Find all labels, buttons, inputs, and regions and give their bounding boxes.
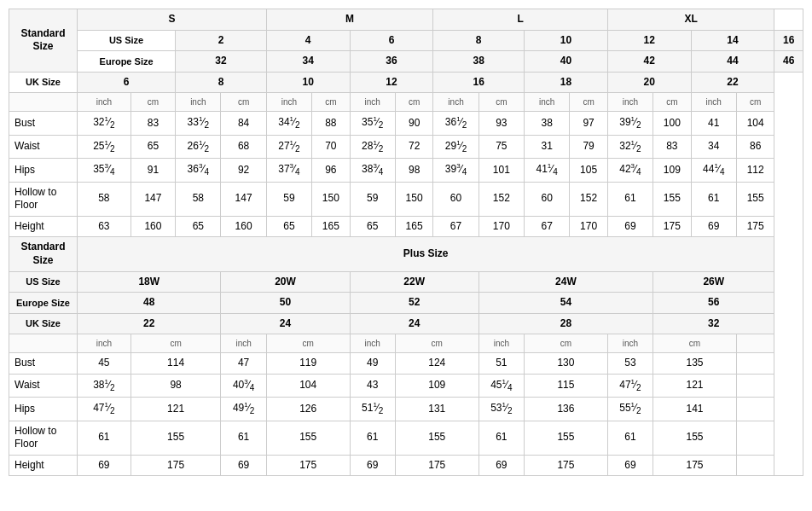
plus-u-cm-5: cm (653, 334, 737, 353)
plus-htf-5-cm: 155 (653, 421, 737, 455)
plus-htf-3-cm: 155 (395, 421, 478, 455)
htf-m2-inch: 59 (350, 182, 395, 216)
eu-38: 38 (433, 51, 525, 73)
plus-htf-3-inch: 61 (350, 421, 395, 455)
us-size-2: 2 (176, 30, 267, 51)
plus-htf-2-inch: 61 (221, 421, 266, 455)
plus-waist-extra (736, 374, 774, 397)
plus-htf-1-inch: 61 (78, 421, 131, 455)
htf-xl1-cm: 155 (653, 182, 691, 216)
standard-size-header-row: Standard Size S M L XL (9, 9, 803, 31)
plus-waist-3-cm: 109 (395, 374, 478, 397)
size-l-header: L (433, 9, 607, 31)
htf-s1-inch: 58 (78, 182, 131, 216)
height-m2-inch: 65 (350, 216, 395, 237)
plus-size-divider-row: Standard Size Plus Size (9, 237, 803, 271)
hips-s2-inch: 363⁄4 (176, 159, 221, 182)
unit-inch-7: inch (607, 93, 652, 112)
hips-l2-cm: 105 (570, 159, 607, 182)
waist-s1-inch: 251⁄2 (78, 135, 131, 158)
hips-m2-inch: 383⁄4 (350, 159, 395, 182)
height-s2-inch: 65 (176, 216, 221, 237)
us-size-row: US Size 2 4 6 8 10 12 14 16 (9, 30, 803, 51)
plus-bust-1-cm: 114 (130, 353, 221, 375)
plus-waist-2-inch: 403⁄4 (221, 374, 266, 397)
plus-uk-24a: 24 (221, 313, 350, 334)
bust-xl2-inch: 41 (691, 112, 736, 135)
plus-u-inch-2: inch (221, 334, 266, 353)
plus-htf-4-inch: 61 (478, 421, 524, 455)
waist-xl1-inch: 321⁄2 (607, 135, 652, 158)
plus-bust-label: Bust (9, 353, 78, 375)
plus-u-extra (736, 334, 774, 353)
plus-waist-4-inch: 451⁄4 (478, 374, 524, 397)
plus-bust-2-cm: 119 (266, 353, 350, 375)
uk-22: 22 (691, 72, 774, 93)
uk-8: 8 (176, 72, 267, 93)
waist-s2-cm: 68 (221, 135, 266, 158)
unit-cm-6: cm (570, 93, 607, 112)
height-m2-cm: 165 (395, 216, 432, 237)
unit-inch-4: inch (350, 93, 395, 112)
plus-uk-size-row: UK Size 22 24 24 28 32 (9, 313, 803, 334)
height-l2-inch: 67 (525, 216, 570, 237)
standard-size-label: Standard Size (9, 9, 78, 73)
height-s1-cm: 160 (130, 216, 175, 237)
plus-u-inch-3: inch (350, 334, 395, 353)
uk-10: 10 (266, 72, 350, 93)
waist-row-plus: Waist 381⁄2 98 403⁄4 104 43 109 451⁄4 11… (9, 374, 803, 397)
plus-uk-22: 22 (78, 313, 221, 334)
plus-eu-56: 56 (653, 293, 774, 314)
htf-l1-cm: 152 (478, 182, 524, 216)
plus-uk-size-label: UK Size (9, 313, 78, 334)
uk-size-row: UK Size 6 8 10 12 16 18 20 22 (9, 72, 803, 93)
plus-height-2-inch: 69 (221, 455, 266, 476)
plus-waist-3-inch: 43 (350, 374, 395, 397)
bust-label: Bust (9, 112, 78, 135)
plus-hips-1-inch: 471⁄2 (78, 398, 131, 421)
height-xl1-cm: 175 (653, 216, 691, 237)
htf-m2-cm: 150 (395, 182, 432, 216)
plus-eu-52: 52 (350, 293, 478, 314)
plus-u-cm-1: cm (130, 334, 221, 353)
waist-s2-inch: 261⁄2 (176, 135, 221, 158)
plus-htf-2-cm: 155 (266, 421, 350, 455)
size-chart: Standard Size S M L XL US Size 2 4 6 8 1… (9, 9, 803, 476)
waist-m2-cm: 72 (395, 135, 432, 158)
htf-m1-inch: 59 (266, 182, 311, 216)
htf-xl1-inch: 61 (607, 182, 652, 216)
waist-xl1-cm: 83 (653, 135, 691, 158)
plus-unit-row: inch cm inch cm inch cm inch cm inch cm (9, 334, 803, 353)
height-l1-cm: 170 (478, 216, 524, 237)
hips-label: Hips (9, 159, 78, 182)
hips-xl1-inch: 423⁄4 (607, 159, 652, 182)
plus-htf-extra (736, 421, 774, 455)
plus-waist-4-cm: 115 (525, 374, 608, 397)
plus-u-cm-2: cm (266, 334, 350, 353)
us-size-12: 12 (607, 30, 691, 51)
plus-hips-5-cm: 141 (653, 398, 737, 421)
htf-l2-cm: 152 (570, 182, 607, 216)
plus-waist-1-cm: 98 (130, 374, 221, 397)
plus-uk-24b: 24 (350, 313, 478, 334)
plus-us-18w: 18W (78, 271, 221, 293)
height-l1-inch: 67 (433, 216, 478, 237)
bust-xl1-cm: 100 (653, 112, 691, 135)
plus-bust-3-inch: 49 (350, 353, 395, 375)
unit-inch-1: inch (78, 93, 131, 112)
plus-u-inch-4: inch (478, 334, 524, 353)
bust-m1-inch: 341⁄2 (266, 112, 311, 135)
plus-waist-5-cm: 121 (653, 374, 737, 397)
uk-size-label: UK Size (9, 72, 78, 93)
bust-s2-cm: 84 (221, 112, 266, 135)
bust-l2-inch: 38 (525, 112, 570, 135)
plus-htf-5-inch: 61 (607, 421, 652, 455)
plus-eu-50: 50 (221, 293, 350, 314)
plus-u-inch-5: inch (607, 334, 652, 353)
plus-waist-1-inch: 381⁄2 (78, 374, 131, 397)
waist-xl2-inch: 34 (691, 135, 736, 158)
unit-cm-8: cm (736, 93, 774, 112)
unit-inch-6: inch (525, 93, 570, 112)
plus-bust-2-inch: 47 (221, 353, 266, 375)
plus-size-divider-label: Plus Size (78, 237, 774, 271)
